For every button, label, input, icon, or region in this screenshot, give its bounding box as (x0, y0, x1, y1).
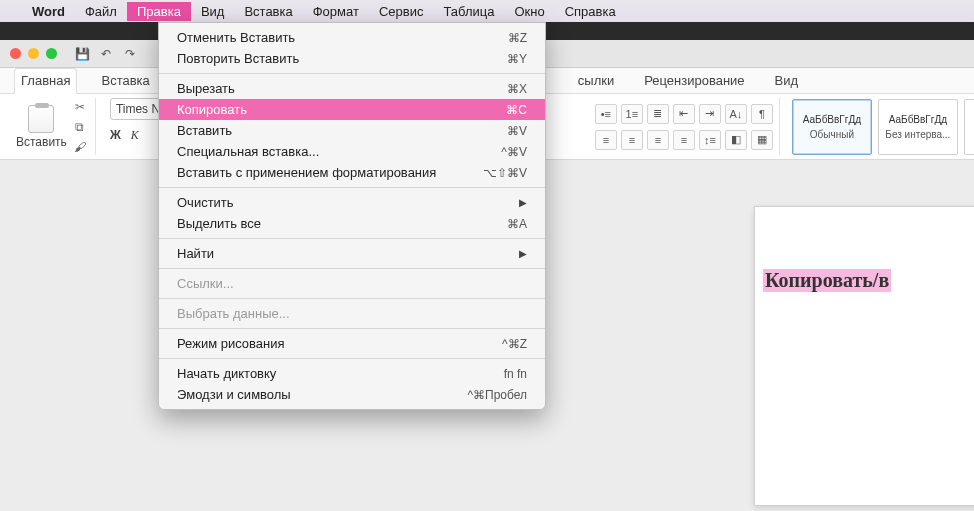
macos-menubar: Word Файл Правка Вид Вставка Формат Серв… (0, 0, 974, 22)
align-justify-button[interactable]: ≡ (673, 130, 695, 150)
menu-drawing-mode[interactable]: Режим рисования^⌘Z (159, 333, 545, 354)
bullets-button[interactable]: •≡ (595, 104, 617, 124)
qa-undo-icon[interactable]: ↶ (97, 45, 115, 63)
numbering-button[interactable]: 1≡ (621, 104, 643, 124)
selected-text[interactable]: Копировать/в (763, 269, 891, 292)
align-center-button[interactable]: ≡ (621, 130, 643, 150)
submenu-arrow-icon: ▶ (519, 248, 527, 259)
menu-redo[interactable]: Повторить Вставить⌘Y (159, 48, 545, 69)
bold-button[interactable]: Ж (110, 128, 121, 143)
tab-links-partial[interactable]: сылки (572, 69, 620, 93)
document-page[interactable]: Копировать/в (754, 206, 974, 506)
tab-review[interactable]: Рецензирование (638, 69, 750, 93)
tab-home[interactable]: Главная (14, 68, 77, 94)
menu-emoji[interactable]: Эмодзи и символы^⌘Пробел (159, 384, 545, 405)
menu-paste-formatting[interactable]: Вставить с применением форматирования⌥⇧⌘… (159, 162, 545, 183)
window-traffic-lights (10, 48, 57, 59)
menubar-edit[interactable]: Правка (127, 2, 191, 21)
menu-separator (159, 358, 545, 359)
menu-undo[interactable]: Отменить Вставить⌘Z (159, 27, 545, 48)
tab-view[interactable]: Вид (769, 69, 805, 93)
menu-select-data: Выбрать данные... (159, 303, 545, 324)
window-minimize-button[interactable] (28, 48, 39, 59)
menu-separator (159, 187, 545, 188)
menubar-table[interactable]: Таблица (433, 2, 504, 21)
submenu-arrow-icon: ▶ (519, 197, 527, 208)
multilevel-button[interactable]: ≣ (647, 104, 669, 124)
ribbon-clipboard-group: Вставить ✂ ⧉ 🖌 (10, 98, 96, 155)
menubar-file[interactable]: Файл (75, 2, 127, 21)
style-heading1[interactable]: АаБбВвГг, Заголовок 1 (964, 99, 974, 155)
menubar-help[interactable]: Справка (555, 2, 626, 21)
menu-paste[interactable]: Вставить⌘V (159, 120, 545, 141)
style-normal[interactable]: АаБбВвГгДд Обычный (792, 99, 872, 155)
copy-icon[interactable]: ⧉ (71, 119, 89, 135)
style-no-spacing[interactable]: АаБбВвГгДд Без интерва... (878, 99, 958, 155)
menubar-window[interactable]: Окно (504, 2, 554, 21)
menu-separator (159, 238, 545, 239)
menu-find[interactable]: Найти▶ (159, 243, 545, 264)
paragraph-marks-button[interactable]: ¶ (751, 104, 773, 124)
paste-icon[interactable] (28, 105, 54, 133)
align-left-button[interactable]: ≡ (595, 130, 617, 150)
menubar-insert[interactable]: Вставка (234, 2, 302, 21)
paste-label: Вставить (16, 135, 67, 149)
menu-paste-special[interactable]: Специальная вставка...^⌘V (159, 141, 545, 162)
line-spacing-button[interactable]: ↕≡ (699, 130, 721, 150)
borders-button[interactable]: ▦ (751, 130, 773, 150)
italic-button[interactable]: К (131, 128, 139, 143)
ribbon-styles-group: АаБбВвГгДд Обычный АаБбВвГгДд Без интерв… (792, 99, 974, 155)
shading-button[interactable]: ◧ (725, 130, 747, 150)
menubar-service[interactable]: Сервис (369, 2, 434, 21)
menu-separator (159, 298, 545, 299)
align-right-button[interactable]: ≡ (647, 130, 669, 150)
edit-menu-dropdown: Отменить Вставить⌘Z Повторить Вставить⌘Y… (158, 22, 546, 410)
menu-clear[interactable]: Очистить▶ (159, 192, 545, 213)
menu-separator (159, 328, 545, 329)
indent-increase-button[interactable]: ⇥ (699, 104, 721, 124)
format-painter-icon[interactable]: 🖌 (71, 139, 89, 155)
qa-save-icon[interactable]: 💾 (73, 45, 91, 63)
menu-separator (159, 73, 545, 74)
menu-cut[interactable]: Вырезать⌘X (159, 78, 545, 99)
indent-decrease-button[interactable]: ⇤ (673, 104, 695, 124)
menu-links: Ссылки... (159, 273, 545, 294)
menu-copy[interactable]: Копировать⌘C (159, 99, 545, 120)
menu-select-all[interactable]: Выделить все⌘A (159, 213, 545, 234)
menu-separator (159, 268, 545, 269)
tab-insert[interactable]: Вставка (95, 69, 155, 93)
menu-dictate[interactable]: Начать диктовкуfn fn (159, 363, 545, 384)
window-zoom-button[interactable] (46, 48, 57, 59)
cut-icon[interactable]: ✂ (71, 99, 89, 115)
qa-redo-icon[interactable]: ↷ (121, 45, 139, 63)
menubar-view[interactable]: Вид (191, 2, 235, 21)
menubar-app[interactable]: Word (22, 2, 75, 21)
sort-button[interactable]: A↓ (725, 104, 747, 124)
window-close-button[interactable] (10, 48, 21, 59)
menubar-format[interactable]: Формат (303, 2, 369, 21)
ribbon-paragraph-group: •≡ 1≡ ≣ ⇤ ⇥ A↓ ¶ ≡ ≡ ≡ ≡ ↕≡ ◧ ▦ (589, 98, 780, 155)
